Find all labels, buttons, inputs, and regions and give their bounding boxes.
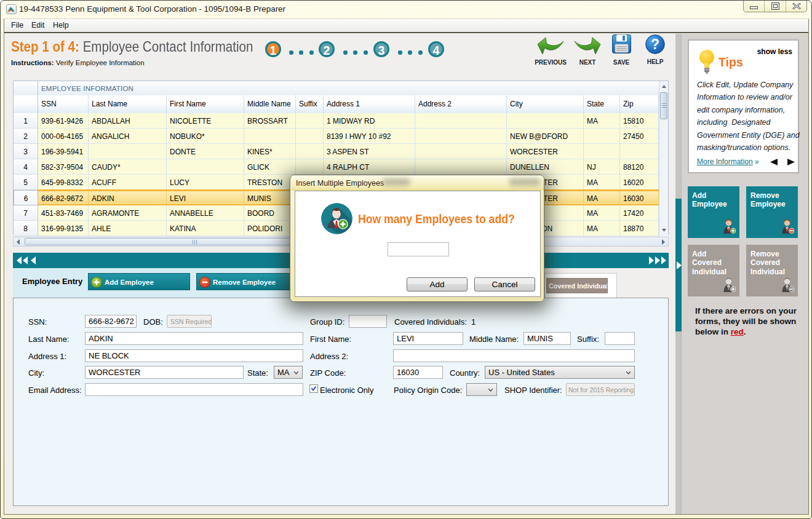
svg-text:?: ? [651,36,659,52]
